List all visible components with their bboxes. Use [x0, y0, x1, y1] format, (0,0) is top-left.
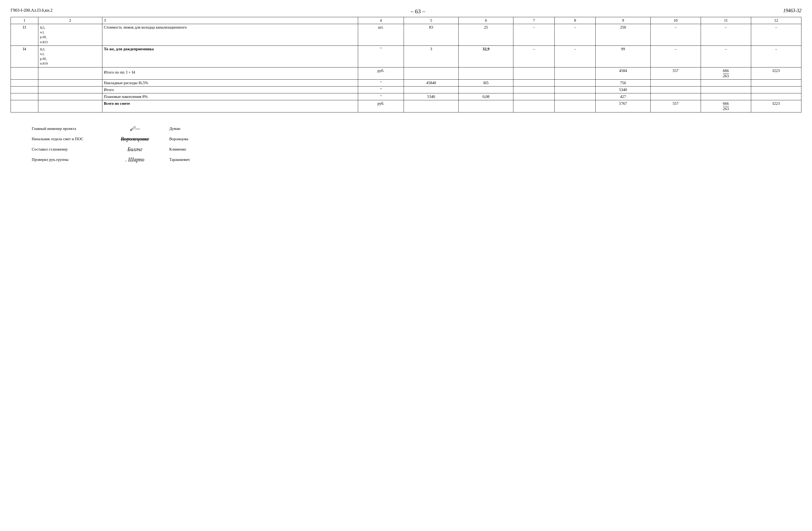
row-I3-desc: Стоимость люков для колодца канализацион… — [102, 24, 358, 46]
summary-itogo-pp-col10: 557 — [650, 67, 701, 80]
summary-itogo-pp-desc: Итого по пп. I + I4 — [102, 67, 358, 80]
summary-itogo-desc: Итого — [102, 86, 358, 93]
page-number: – 63 – — [410, 8, 425, 15]
row-I3-col6: 25 — [459, 24, 513, 46]
summary-planovye-col5: 5340 — [404, 93, 458, 100]
summary-vsego-desc: Всего по смете — [102, 100, 358, 112]
col-header-10: 10 — [650, 17, 701, 24]
col-header-8: 8 — [554, 17, 595, 24]
sig-row-4: Проверил рук.группы . Шарпо Тарашкевич — [32, 157, 801, 163]
sig-sign-4: . Шарпо — [106, 157, 164, 163]
summary-itogo-col9: 5340 — [596, 86, 650, 93]
summary-itogo-pp-col1 — [11, 67, 38, 80]
sig-name-2: Ворожцова — [169, 137, 188, 141]
summary-row-itogo-pp: Итого по пп. I + I4 руб. 4584 557 666 26… — [11, 67, 801, 80]
col-header-11: 11 — [701, 17, 751, 24]
summary-nakladnye-col9: 756 — [596, 80, 650, 86]
page-header: Г903-I-200.Ал.I3.6,кн.2 – 63 – 19463-32 — [11, 8, 801, 15]
sig-name-3: Клименко — [169, 147, 186, 152]
col-header-9: 9 — [596, 17, 650, 24]
sig-sign-2: Ворожцовке — [106, 136, 164, 142]
col-header-6: 6 — [459, 17, 513, 24]
row-I4-col6: 32,9 — [459, 45, 513, 67]
row-I3-col9: 250 — [596, 24, 650, 46]
summary-itogo-pp-col4: руб. — [358, 67, 404, 80]
row-I4-col10: – — [650, 45, 701, 67]
summary-row-itogo: Итого " 5340 — [11, 86, 801, 93]
row-I4-col7: – — [513, 45, 554, 67]
summary-vsego-col11: 666 263 — [701, 100, 751, 112]
row-I3-col10: – — [650, 24, 701, 46]
sig-row-2: Начальник отдела смет и ПОС Ворожцовке В… — [32, 136, 801, 142]
summary-row-vsego: Всего по смете руб. 5767 557 666 263 I22… — [11, 100, 801, 112]
sig-label-3: Составил ст.инженер — [32, 147, 106, 152]
row-I4-col5: 3 — [404, 45, 458, 67]
summary-planovye-col6: 0,08 — [459, 93, 513, 100]
sig-label-4: Проверил рук.группы — [32, 157, 106, 162]
summary-planovye-col4: " — [358, 93, 404, 100]
summary-vsego-col4: руб. — [358, 100, 404, 112]
row-I3-id: I3 — [11, 24, 38, 46]
row-I4-col11: – — [701, 45, 751, 67]
row-I4-col12: – — [751, 45, 801, 67]
sig-row-3: Составил ст.инженер Биллчг Клименко — [32, 146, 801, 153]
summary-row-nakladnye: Накладные расходы I6,5% " 45840 I65 756 — [11, 80, 801, 86]
sig-name-1: Думан — [169, 127, 180, 131]
summary-nakladnye-col5: 45840 — [404, 80, 458, 86]
row-I4-id: I4 — [11, 45, 38, 67]
row-I3-ref: Ц.I,ч.I,р.III,п.823 — [38, 24, 102, 46]
summary-nakladnye-col6: I65 — [459, 80, 513, 86]
summary-vsego-col9: 5767 — [596, 100, 650, 112]
row-I3-col5: IO — [404, 24, 458, 46]
col-header-7: 7 — [513, 17, 554, 24]
summary-nakladnye-desc: Накладные расходы I6,5% — [102, 80, 358, 86]
main-table: 1 2 3 4 5 6 7 8 9 10 11 12 I3 Ц.I,ч.I,р.… — [11, 17, 801, 112]
summary-itogo-pp-col7 — [513, 67, 554, 80]
row-I4-ref: Ц.I,ч.I,р.III,п.819 — [38, 45, 102, 67]
table-row-I4: I4 Ц.I,ч.I,р.III,п.819 То же, для дождеп… — [11, 45, 801, 67]
row-I4-col4: " — [358, 45, 404, 67]
summary-planovye-desc: Плановые накопления 8% — [102, 93, 358, 100]
sig-name-4: Тарашкевич — [169, 157, 190, 162]
row-I3-col12: – — [751, 24, 801, 46]
col-header-1: 1 — [11, 17, 38, 24]
summary-itogo-pp-col6 — [459, 67, 513, 80]
col-header-12: 12 — [751, 17, 801, 24]
row-I4-col8: – — [554, 45, 595, 67]
col-header-3: 3 — [102, 17, 358, 24]
col-header-5: 5 — [404, 17, 458, 24]
doc-number-right: 19463-32 — [783, 8, 801, 14]
row-I4-desc: То же, для дождеприемника — [102, 45, 358, 67]
summary-itogo-pp-col9: 4584 — [596, 67, 650, 80]
summary-nakladnye-col4: " — [358, 80, 404, 86]
row-I3-col11: – — [701, 24, 751, 46]
sig-label-2: Начальник отдела смет и ПОС — [32, 137, 106, 141]
sig-sign-3: Биллчг — [106, 146, 164, 153]
sig-sign-1: 🖊— — [106, 126, 164, 132]
fraction-666-263-vsego: 666 263 — [723, 101, 729, 111]
summary-itogo-col4: " — [358, 86, 404, 93]
signatures-section: Главный инженер проекта 🖊— Думан Начальн… — [11, 126, 801, 163]
summary-vsego-col12: I223 — [751, 100, 801, 112]
summary-planovye-col9: 427 — [596, 93, 650, 100]
summary-itogo-pp-col2 — [38, 67, 102, 80]
summary-vsego-col10: 557 — [650, 100, 701, 112]
summary-itogo-pp-col11: 666 263 — [701, 67, 751, 80]
sig-row-1: Главный инженер проекта 🖊— Думан — [32, 126, 801, 132]
row-I4-col9: 99 — [596, 45, 650, 67]
table-row-I3: I3 Ц.I,ч.I,р.III,п.823 Стоимость люков д… — [11, 24, 801, 46]
fraction-666-263: 666 263 — [723, 69, 729, 78]
summary-itogo-pp-col12: I223 — [751, 67, 801, 80]
summary-row-planovye: Плановые накопления 8% " 5340 0,08 427 — [11, 93, 801, 100]
col-header-2: 2 — [38, 17, 102, 24]
col-header-4: 4 — [358, 17, 404, 24]
summary-itogo-pp-col5 — [404, 67, 458, 80]
row-I3-col7: – — [513, 24, 554, 46]
row-I3-col4: шт. — [358, 24, 404, 46]
doc-number-left: Г903-I-200.Ал.I3.6,кн.2 — [11, 8, 52, 13]
summary-itogo-pp-col8 — [554, 67, 595, 80]
row-I3-col8: – — [554, 24, 595, 46]
sig-label-1: Главный инженер проекта — [32, 127, 106, 131]
